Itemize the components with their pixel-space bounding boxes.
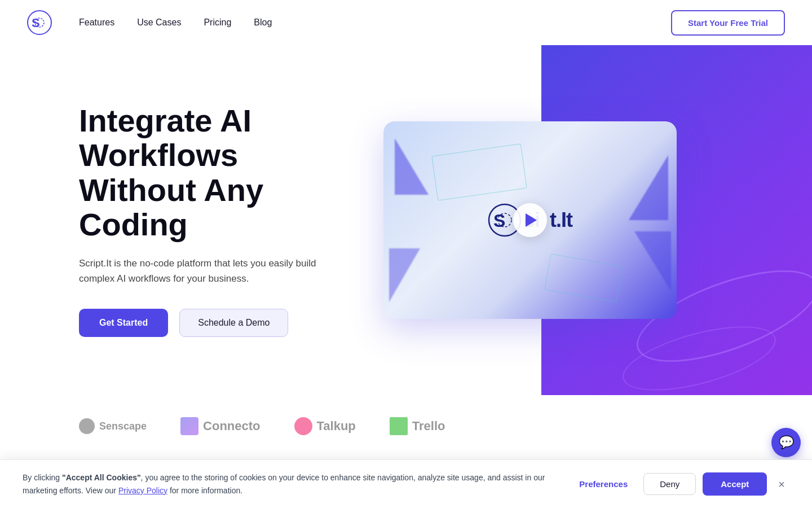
hero-video-area: S ci t.It [383,121,677,319]
cookie-banner: By clicking "Accept All Cookies", you ag… [0,459,812,508]
accept-button[interactable]: Accept [703,472,767,496]
navbar: S Features Use Cases Pricing Blog Start … [0,0,812,45]
get-started-button[interactable]: Get Started [79,309,168,337]
deny-button[interactable]: Deny [643,473,696,495]
nav-item-blog[interactable]: Blog [254,17,272,28]
hero-section: Integrate AI Workflows Without Any Codin… [0,45,812,395]
nav-item-usecases[interactable]: Use Cases [137,17,181,28]
card-decoration-line-2 [544,253,623,303]
nav-link-features[interactable]: Features [79,17,114,27]
privacy-policy-link[interactable]: Privacy Policy [118,486,167,495]
card-triangle-4 [634,231,671,291]
cookie-buttons: Preferences Deny Accept × [570,472,789,496]
preferences-button[interactable]: Preferences [570,474,637,494]
nav-link-pricing[interactable]: Pricing [204,17,231,27]
brand-logo-2: Connecto [180,417,260,435]
brand-name-4: Trello [412,419,445,433]
schedule-demo-button[interactable]: Schedule a Demo [179,309,288,337]
video-card[interactable]: S ci t.It [383,121,677,319]
nav-link-blog[interactable]: Blog [254,17,272,27]
hero-title: Integrate AI Workflows Without Any Codin… [79,103,350,242]
brand-icon-2 [180,417,198,435]
nav-links: Features Use Cases Pricing Blog [79,17,272,28]
cookie-text: By clicking "Accept All Cookies", you ag… [23,471,557,497]
brand-icon-3 [294,417,312,435]
chat-icon: 💬 [779,435,794,450]
brand-icon-4 [390,417,408,435]
card-triangle-1 [395,138,429,195]
navbar-left: S Features Use Cases Pricing Blog [27,10,272,35]
close-cookie-button[interactable]: × [774,476,789,492]
card-triangle-2 [389,248,420,302]
hero-buttons: Get Started Schedule a Demo [79,309,350,337]
brand-name-2: Connecto [203,419,260,433]
card-decoration-line-1 [431,143,527,200]
card-triangle-3 [629,155,668,220]
brand-icon-1 [79,418,95,434]
hero-subtitle: Script.It is the no-code platform that l… [79,256,338,286]
chat-bubble[interactable]: 💬 [771,428,801,457]
nav-item-features[interactable]: Features [79,17,114,28]
play-button[interactable] [513,203,547,237]
logo-icon: S [27,10,52,35]
hero-content: Integrate AI Workflows Without Any Codin… [0,69,350,371]
svg-text:S: S [493,211,505,231]
nav-link-usecases[interactable]: Use Cases [137,17,181,27]
cookie-bold-text: "Accept All Cookies" [62,473,141,482]
nav-item-pricing[interactable]: Pricing [204,17,231,28]
start-trial-button[interactable]: Start Your Free Trial [671,10,785,36]
brands-section: Senscape Connecto Talkup Trello [0,395,812,452]
brand-name-3: Talkup [317,419,356,433]
brand-name-1: Senscape [99,421,147,432]
brand-logo-4: Trello [390,417,445,435]
brand-logo-3: Talkup [294,417,356,435]
brand-logo-1: Senscape [79,418,147,434]
logo[interactable]: S [27,10,52,35]
